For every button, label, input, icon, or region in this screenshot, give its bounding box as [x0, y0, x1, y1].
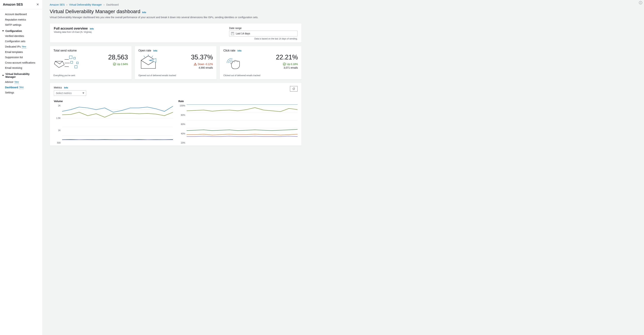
rate-y-axis: 100% 80% 60% 40% 20% [178, 105, 185, 144]
kpi-delta-text: Up 0.18% [287, 63, 298, 66]
select-placeholder: Select metrics [56, 92, 72, 95]
volume-chart: Volume 2K 1.5K 1K 500 [54, 100, 173, 144]
nav: Account dashboard Reputation metrics SMT… [0, 9, 42, 96]
sidebar-item-dashboard[interactable]: Dashboard New [0, 85, 42, 90]
breadcrumb-link-ses[interactable]: Amazon SES [50, 3, 64, 6]
refresh-icon [292, 87, 295, 90]
new-badge: New [22, 45, 26, 49]
overview-title: Full account overview [54, 27, 88, 30]
y-tick: 500 [54, 142, 61, 144]
kpi-delta: Down -0.12% [191, 63, 213, 66]
y-tick: 80% [178, 114, 185, 116]
nav-section-vdm[interactable]: Virtual Deliverability Manager [0, 71, 42, 79]
date-range-label: Date range [229, 27, 298, 30]
nav-section-label: Virtual Deliverability Manager [6, 73, 40, 78]
rate-chart-svg [187, 105, 298, 144]
y-tick: 1.5K [54, 117, 61, 119]
kpi-delta: Up 2.64% [108, 63, 128, 66]
check-circle-icon [113, 63, 116, 66]
kpi-footer: Opened out of delivered emails tracked [138, 74, 213, 77]
kpi-send-volume: Total send volume [50, 46, 132, 79]
nav-item-label: Advisor [5, 80, 14, 84]
kpi-delta-text: Down -0.12% [198, 63, 213, 66]
y-tick: 2K [54, 105, 61, 107]
calendar-icon [231, 32, 234, 35]
page-description: Virtual Deliverability Manager dashboard… [50, 16, 302, 19]
info-link[interactable]: Info [142, 11, 146, 14]
sidebar-item-configuration-sets[interactable]: Configuration sets [0, 39, 42, 44]
select-metrics-dropdown[interactable]: Select metrics [54, 90, 86, 96]
kpi-footer: Clicked out of delivered emails tracked [223, 74, 298, 77]
breadcrumb-link-vdm[interactable]: Virtual Deliverability Manager [69, 3, 102, 6]
volume-y-axis: 2K 1.5K 1K 500 [54, 105, 61, 144]
sidebar-item-cross-account-notifications[interactable]: Cross-account notifications [0, 60, 42, 66]
kpi-value: 35.37% [191, 54, 213, 61]
overview-panel: Full account overview Info Viewing data … [50, 23, 302, 43]
y-tick: 100% [178, 105, 185, 107]
date-range-value: Last 14 days [236, 32, 250, 35]
nav-item-label: Dashboard [5, 86, 18, 89]
pointer-click-icon [223, 54, 245, 70]
svg-rect-3 [69, 56, 72, 59]
sidebar-title: Amazon SES [3, 3, 23, 7]
svg-point-13 [195, 65, 196, 65]
new-badge: New [14, 81, 19, 84]
check-circle-icon [283, 63, 286, 66]
caret-down-icon [82, 93, 84, 94]
info-link[interactable]: Info [90, 28, 94, 30]
caret-down-icon [2, 75, 4, 76]
chart-title: Volume [54, 100, 173, 103]
page-title: Virtual Deliverability Manager dashboard [50, 9, 140, 15]
sidebar-item-dedicated-ips[interactable]: Dedicated IPs New [0, 44, 42, 50]
envelope-open-icon [138, 54, 158, 70]
svg-line-10 [144, 56, 145, 57]
kpi-title: Open rate [138, 49, 151, 52]
sidebar-item-settings[interactable]: Settings [0, 90, 42, 96]
kpi-click-rate: Click rate Info [220, 46, 302, 79]
y-tick: 60% [178, 123, 185, 126]
kpi-delta-text: Up 2.64% [117, 63, 128, 66]
sidebar-item-email-templates[interactable]: Email templates [0, 50, 42, 55]
refresh-button[interactable] [290, 86, 298, 92]
nav-section-configuration[interactable]: Configuration [0, 28, 42, 34]
nav-item-label: Dedicated IPs [5, 45, 21, 49]
kpi-open-rate: Open rate Info [135, 46, 217, 79]
rate-chart: Rate 100% 80% 60% 40% 20% [178, 100, 298, 144]
chevron-right-icon: › [66, 3, 67, 6]
kpi-value: 22.21% [276, 54, 298, 61]
svg-rect-7 [75, 66, 77, 68]
nav-section-label: Configuration [6, 30, 22, 33]
volume-chart-svg [62, 105, 173, 144]
info-link[interactable]: Info [64, 87, 68, 89]
info-link[interactable]: Info [238, 50, 242, 52]
chart-title: Rate [178, 100, 298, 103]
main: i Amazon SES › Virtual Deliverability Ma… [42, 0, 644, 335]
sidebar-item-smtp-settings[interactable]: SMTP settings [0, 22, 42, 28]
sidebar-item-advisor[interactable]: Advisor New [0, 79, 42, 85]
chevron-right-icon: › [104, 3, 104, 6]
svg-rect-6 [76, 62, 78, 64]
kpi-title: Total send volume [54, 49, 77, 52]
close-icon[interactable]: ✕ [36, 3, 39, 7]
new-badge: New [19, 86, 24, 89]
kpi-subvalue: 3,071 emails [276, 66, 298, 69]
breadcrumb: Amazon SES › Virtual Deliverability Mana… [50, 3, 302, 6]
sidebar-item-suppression-list[interactable]: Suppression list [0, 55, 42, 60]
envelope-send-icon [54, 54, 79, 70]
caret-down-icon [2, 31, 4, 32]
info-icon[interactable]: i [639, 1, 642, 4]
kpi-row: Total send volume [50, 46, 302, 79]
svg-point-8 [113, 63, 116, 65]
metrics-title: Metrics [54, 86, 62, 89]
sidebar-item-verified-identities[interactable]: Verified identities [0, 34, 42, 39]
sidebar-item-reputation-metrics[interactable]: Reputation metrics [0, 17, 42, 23]
sidebar-item-email-receiving[interactable]: Email receiving [0, 65, 42, 71]
kpi-title: Click rate [223, 49, 236, 52]
sidebar-header: Amazon SES ✕ [0, 0, 42, 9]
breadcrumb-current: Dashboard [106, 3, 118, 6]
y-tick: 20% [178, 142, 185, 144]
sidebar-item-account-dashboard[interactable]: Account dashboard [0, 12, 42, 17]
date-range-input[interactable]: Last 14 days [229, 31, 298, 36]
date-range-note: Data is based on the last 14 days of sen… [229, 38, 298, 40]
info-link[interactable]: Info [153, 50, 157, 52]
